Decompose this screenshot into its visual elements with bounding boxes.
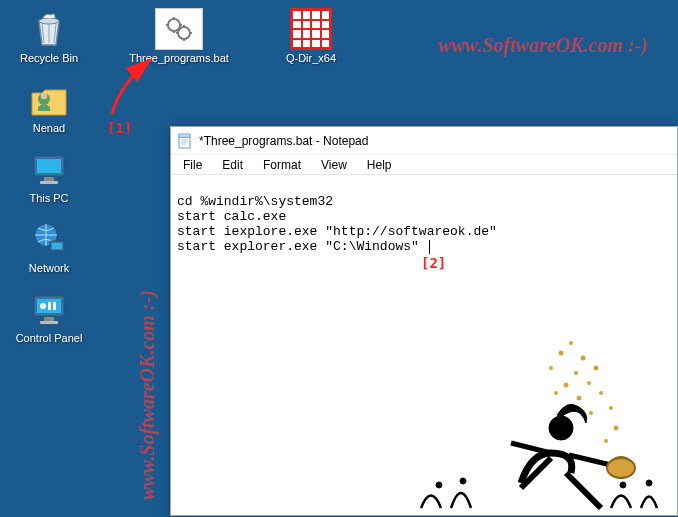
svg-point-33	[587, 381, 591, 385]
batch-file-icon[interactable]: Three_programs.bat	[124, 8, 234, 64]
svg-rect-14	[53, 302, 56, 310]
watermark-text: www.SoftwareOK.com :-)	[136, 290, 159, 500]
text-cursor	[429, 240, 430, 254]
svg-rect-4	[37, 159, 61, 173]
svg-point-2	[41, 93, 47, 99]
svg-rect-5	[44, 177, 54, 181]
editor-line: start calc.exe	[177, 209, 286, 224]
svg-point-35	[599, 391, 603, 395]
svg-point-12	[40, 303, 46, 309]
svg-point-30	[594, 366, 599, 371]
icon-label: Q-Dir_x64	[286, 52, 336, 64]
svg-rect-16	[40, 321, 58, 324]
titlebar[interactable]: *Three_programs.bat - Notepad	[171, 127, 677, 155]
svg-point-26	[559, 351, 564, 356]
decorative-doodle-icon	[411, 313, 671, 513]
this-pc-icon[interactable]: This PC	[10, 148, 88, 204]
svg-point-27	[569, 341, 573, 345]
svg-point-0	[39, 18, 59, 24]
menu-format[interactable]: Format	[255, 157, 309, 173]
qdir-icon	[287, 8, 335, 50]
notepad-window[interactable]: *Three_programs.bat - Notepad File Edit …	[170, 126, 678, 516]
menubar: File Edit Format View Help	[171, 155, 677, 175]
svg-point-22	[620, 482, 626, 488]
person-folder-icon	[25, 78, 73, 120]
menu-help[interactable]: Help	[359, 157, 400, 173]
icon-label: This PC	[29, 192, 68, 204]
control-panel-icon[interactable]: Control Panel	[10, 288, 88, 344]
editor-line: cd %windir%\system32	[177, 194, 333, 209]
globe-network-icon	[25, 218, 73, 260]
svg-rect-15	[44, 317, 54, 321]
svg-point-21	[460, 478, 466, 484]
svg-point-25	[607, 458, 635, 478]
svg-point-36	[577, 396, 582, 401]
menu-file[interactable]: File	[175, 157, 210, 173]
svg-point-24	[549, 416, 573, 440]
icon-label: Three_programs.bat	[129, 52, 229, 64]
svg-point-39	[614, 426, 619, 431]
editor-line: start explorer.exe "C:\Windows"	[177, 239, 427, 254]
svg-rect-6	[40, 181, 58, 184]
svg-point-37	[609, 406, 613, 410]
network-icon[interactable]: Network	[10, 218, 88, 274]
menu-edit[interactable]: Edit	[214, 157, 251, 173]
user-folder-icon[interactable]: Nenad	[10, 78, 88, 134]
text-editor-area[interactable]: cd %windir%\system32 start calc.exe star…	[171, 175, 677, 515]
qdir-shortcut-icon[interactable]: Q-Dir_x64	[272, 8, 350, 64]
svg-point-38	[589, 411, 593, 415]
control-panel-glyph-icon	[25, 288, 73, 330]
svg-point-32	[564, 383, 569, 388]
annotation-arrow-icon	[100, 54, 170, 124]
bat-file-icon	[155, 8, 203, 50]
annotation-two: [2]	[421, 255, 446, 271]
icon-label: Recycle Bin	[20, 52, 78, 64]
svg-point-18	[178, 27, 190, 39]
menu-view[interactable]: View	[313, 157, 355, 173]
monitor-icon	[25, 148, 73, 190]
watermark-text: www.SoftwareOK.com :-)	[438, 34, 648, 57]
icon-label: Nenad	[33, 122, 65, 134]
svg-rect-13	[48, 302, 51, 310]
svg-point-23	[646, 480, 652, 486]
svg-point-28	[581, 356, 586, 361]
window-title: *Three_programs.bat - Notepad	[199, 134, 368, 148]
svg-rect-9	[52, 243, 62, 249]
recycle-bin-icon[interactable]: Recycle Bin	[10, 8, 88, 64]
desktop-icon-column: Recycle Bin Nenad This PC	[10, 8, 88, 344]
trash-icon	[25, 8, 73, 50]
svg-point-40	[604, 439, 608, 443]
desktop-top-row: Three_programs.bat Q-Dir_x64	[124, 8, 350, 64]
icon-label: Network	[29, 262, 69, 274]
notepad-icon	[177, 133, 193, 149]
svg-point-20	[436, 482, 442, 488]
svg-point-31	[574, 371, 578, 375]
svg-point-34	[554, 391, 558, 395]
svg-point-29	[549, 366, 553, 370]
icon-label: Control Panel	[16, 332, 83, 344]
editor-line: start iexplore.exe "http://softwareok.de…	[177, 224, 497, 239]
annotation-one: [1]	[107, 120, 132, 136]
